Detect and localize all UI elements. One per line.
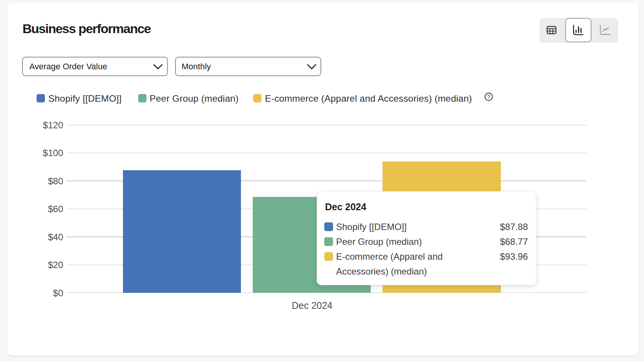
svg-text:?: ? [487, 94, 490, 100]
